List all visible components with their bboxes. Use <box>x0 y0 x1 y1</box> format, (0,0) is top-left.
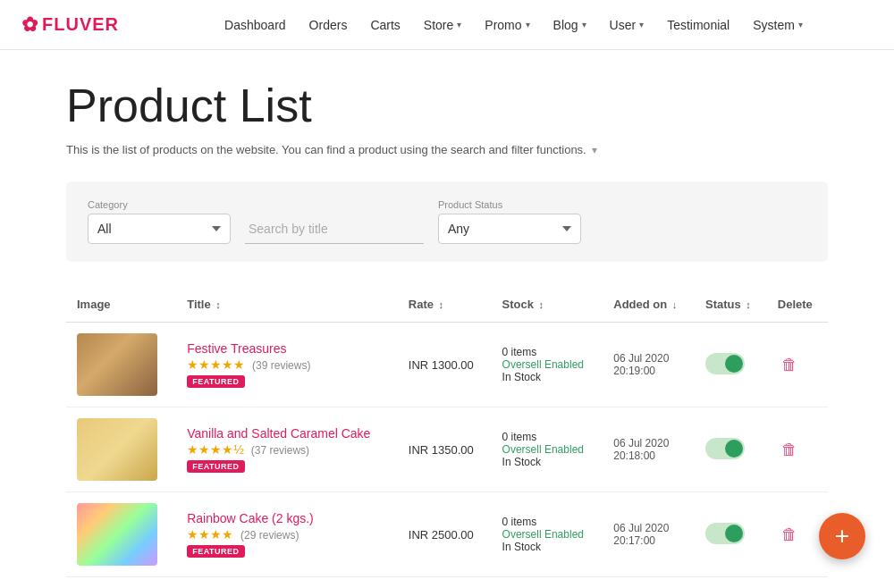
product-table: Image Title ↕ Rate ↕ Stock ↕ Added on ↓ … <box>66 290 828 577</box>
product-stars: ★★★★½ <box>187 442 244 457</box>
nav-label: Promo <box>485 18 521 32</box>
status-toggle[interactable] <box>705 353 745 374</box>
search-input[interactable] <box>245 214 424 244</box>
add-product-fab[interactable]: + <box>819 513 865 559</box>
delete-button[interactable]: 🗑 <box>778 437 801 463</box>
product-added-on: 06 Jul 2020 20:19:00 <box>603 323 695 407</box>
col-image: Image <box>66 290 176 323</box>
nav-label: Orders <box>309 18 348 32</box>
col-status[interactable]: Status ↕ <box>695 290 767 323</box>
category-select[interactable]: All Cakes Pastries Gifts <box>88 214 231 244</box>
logo-text: FLUVER <box>42 14 119 35</box>
status-label: Product Status <box>438 199 581 210</box>
page-subtitle: This is the list of products on the webs… <box>66 143 828 156</box>
product-name[interactable]: Rainbow Cake (2 kgs.) <box>187 511 387 525</box>
added-time: 20:17:00 <box>613 534 684 547</box>
nav-label: System <box>753 18 795 32</box>
subtitle-chevron-icon[interactable]: ▾ <box>592 144 597 156</box>
toggle-slider <box>705 438 745 459</box>
page-content: Product List This is the list of product… <box>45 50 849 588</box>
status-toggle[interactable] <box>705 438 745 459</box>
nav-dropdown-icon: ▾ <box>582 20 586 29</box>
nav-item-testimonial[interactable]: Testimonial <box>658 13 738 38</box>
product-stars: ★★★★ <box>187 527 233 542</box>
featured-badge: FEATURED <box>187 542 387 558</box>
nav-item-blog[interactable]: Blog▾ <box>544 13 595 38</box>
product-reviews: (29 reviews) <box>240 529 299 542</box>
nav-label: Dashboard <box>224 18 286 32</box>
product-name[interactable]: Vanilla and Salted Caramel Cake <box>187 426 387 441</box>
product-image-cell <box>66 407 176 492</box>
added-date: 06 Jul 2020 <box>613 352 684 365</box>
product-stock: 0 items Oversell Enabled In Stock <box>492 323 603 407</box>
nav-item-orders[interactable]: Orders <box>300 13 357 38</box>
nav-item-carts[interactable]: Carts <box>361 13 409 38</box>
stock-items: 0 items <box>502 346 593 358</box>
nav-item-system[interactable]: System▾ <box>744 13 812 38</box>
delete-button[interactable]: 🗑 <box>778 522 801 548</box>
delete-button[interactable]: 🗑 <box>778 352 801 378</box>
featured-badge: FEATURED <box>187 372 387 388</box>
nav-item-store[interactable]: Store▾ <box>415 13 470 38</box>
nav-label: Carts <box>370 18 400 32</box>
col-delete: Delete <box>767 290 828 323</box>
in-stock-label: In Stock <box>502 371 593 383</box>
added-date: 06 Jul 2020 <box>613 437 684 449</box>
logo[interactable]: ✿ FLUVER <box>21 13 119 37</box>
product-title-cell: Rainbow Cake (2 kgs.) ★★★★ (29 reviews) … <box>176 492 398 577</box>
product-name[interactable]: Festive Treasures <box>187 341 387 356</box>
product-tbody: Festive Treasures ★★★★★ (39 reviews) FEA… <box>66 323 828 577</box>
product-reviews: (37 reviews) <box>251 444 309 457</box>
title-sort-icon: ↕ <box>215 299 221 310</box>
category-filter-group: Category All Cakes Pastries Gifts <box>88 199 231 244</box>
nav-links: DashboardOrdersCartsStore▾Promo▾Blog▾Use… <box>155 13 873 38</box>
toggle-slider <box>705 523 745 544</box>
table-row: Vanilla and Salted Caramel Cake ★★★★½ (3… <box>66 407 828 492</box>
nav-label: Blog <box>553 18 578 32</box>
table-header: Image Title ↕ Rate ↕ Stock ↕ Added on ↓ … <box>66 290 828 323</box>
subtitle-text: This is the list of products on the webs… <box>66 143 586 156</box>
stock-sort-icon: ↕ <box>539 299 544 310</box>
added-date: 06 Jul 2020 <box>613 522 684 534</box>
page-title: Product List <box>66 79 828 132</box>
product-reviews: (39 reviews) <box>252 359 310 372</box>
added-time: 20:19:00 <box>613 365 684 377</box>
product-image <box>77 333 157 396</box>
status-select[interactable]: Any Active Inactive <box>438 214 581 244</box>
nav-label: Testimonial <box>667 18 730 32</box>
product-status-cell <box>695 323 767 407</box>
col-stock[interactable]: Stock ↕ <box>492 290 603 323</box>
nav-item-user[interactable]: User▾ <box>601 13 654 38</box>
category-label: Category <box>88 199 231 210</box>
product-image-cell <box>66 492 176 577</box>
oversell-label: Oversell Enabled <box>502 358 593 371</box>
col-title[interactable]: Title ↕ <box>176 290 398 323</box>
added-sort-icon: ↓ <box>672 299 678 310</box>
stock-items: 0 items <box>502 431 593 443</box>
nav-dropdown-icon: ▾ <box>526 20 530 29</box>
nav-dropdown-icon: ▾ <box>457 20 461 29</box>
stock-items: 0 items <box>502 516 593 528</box>
col-rate[interactable]: Rate ↕ <box>398 290 492 323</box>
table-row: Festive Treasures ★★★★★ (39 reviews) FEA… <box>66 323 828 407</box>
col-added-on[interactable]: Added on ↓ <box>603 290 695 323</box>
nav-item-promo[interactable]: Promo▾ <box>476 13 538 38</box>
logo-flower-icon: ✿ <box>21 13 38 37</box>
status-toggle[interactable] <box>705 523 745 544</box>
product-image <box>77 418 157 481</box>
navbar: ✿ FLUVER DashboardOrdersCartsStore▾Promo… <box>0 0 894 50</box>
product-rate: INR 1350.00 <box>398 407 492 492</box>
product-added-on: 06 Jul 2020 20:18:00 <box>603 407 695 492</box>
filter-box: Category All Cakes Pastries Gifts Produc… <box>66 181 828 262</box>
in-stock-label: In Stock <box>502 541 593 553</box>
nav-item-dashboard[interactable]: Dashboard <box>215 13 295 38</box>
product-added-on: 06 Jul 2020 20:17:00 <box>603 492 695 577</box>
nav-label: User <box>610 18 637 32</box>
oversell-label: Oversell Enabled <box>502 443 593 456</box>
product-title-cell: Festive Treasures ★★★★★ (39 reviews) FEA… <box>176 323 398 407</box>
product-image-cell <box>66 323 176 407</box>
product-delete-cell: 🗑 <box>767 407 828 492</box>
nav-dropdown-icon: ▾ <box>639 20 644 29</box>
rate-sort-icon: ↕ <box>439 299 444 310</box>
nav-dropdown-icon: ▾ <box>798 20 803 29</box>
